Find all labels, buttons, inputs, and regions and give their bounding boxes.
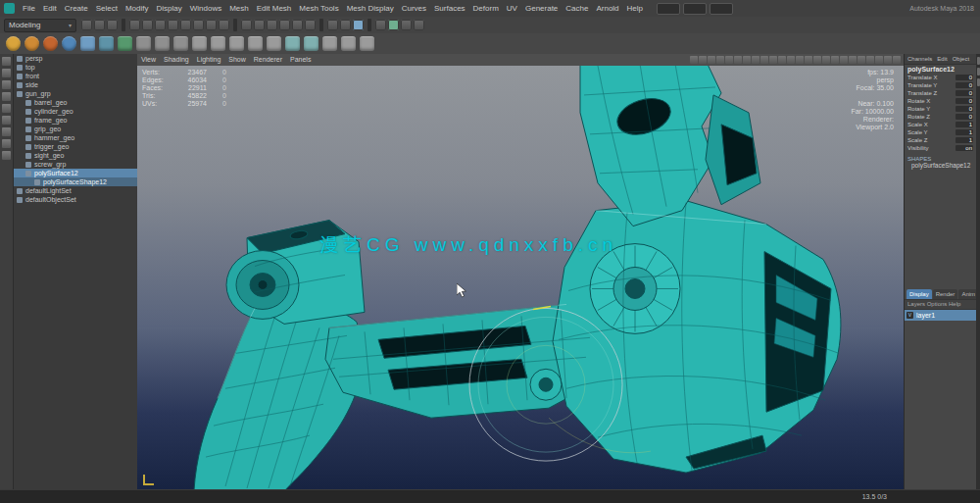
tool-icon[interactable] [2, 104, 11, 113]
viewport-toolbar-icon[interactable] [805, 56, 812, 64]
outliner-item[interactable]: side [14, 80, 137, 89]
status-line-icon[interactable] [155, 20, 166, 30]
layer-visibility-toggle[interactable]: V [906, 312, 913, 319]
tool-icon[interactable] [2, 57, 11, 66]
panel-menu-item[interactable]: Shading [160, 54, 193, 66]
time-slider-bar[interactable]: 13.5 0/3 [0, 489, 980, 503]
status-line-icon[interactable] [292, 20, 303, 30]
channel-value-field[interactable]: 0 [956, 98, 973, 104]
status-line-icon[interactable] [168, 20, 178, 30]
channel-row[interactable]: Rotate Z 0 [905, 113, 976, 121]
sidebar-tab-icon[interactable] [977, 57, 980, 65]
shelf-icon[interactable] [248, 36, 263, 51]
channel-value-field[interactable]: on [956, 145, 973, 151]
channel-row[interactable]: Rotate Y 0 [905, 105, 976, 113]
shelf-icon[interactable] [62, 36, 76, 51]
channel-row[interactable]: Scale Y 1 [905, 128, 976, 136]
shelf-icon[interactable] [6, 36, 21, 51]
viewport-toolbar-icon[interactable] [884, 56, 892, 64]
menu-item[interactable]: Mesh [225, 0, 253, 17]
channel-value-field[interactable]: 0 [956, 90, 973, 96]
outliner-item[interactable]: polySurfaceShape12 [14, 177, 137, 186]
shelf-icon[interactable] [118, 36, 132, 51]
outliner-item[interactable]: top [14, 63, 137, 72]
channel-box-object-name[interactable]: polySurface12 [905, 65, 976, 74]
menu-item[interactable]: Arnold [592, 0, 622, 17]
menu-item[interactable]: Mesh Tools [295, 0, 342, 17]
menu-item[interactable]: Surfaces [430, 0, 469, 17]
status-line-icon[interactable] [340, 20, 351, 30]
tool-icon[interactable] [2, 116, 11, 125]
menu-item[interactable]: Mesh Display [343, 0, 398, 17]
status-line-icon[interactable] [267, 20, 277, 30]
viewport-toolbar-icon[interactable] [760, 56, 768, 64]
status-line-icon[interactable] [327, 20, 338, 30]
shelf-icon[interactable] [211, 36, 225, 51]
status-line-icon[interactable] [279, 20, 290, 30]
viewport-toolbar-icon[interactable] [813, 56, 821, 64]
shelf-icon[interactable] [322, 36, 337, 51]
shelf-icon[interactable] [24, 36, 39, 51]
channel-value-field[interactable]: 1 [956, 122, 973, 127]
panel-menu-item[interactable]: Renderer [250, 54, 286, 66]
status-line-icon[interactable] [401, 20, 412, 30]
viewport-toolbar-icon[interactable] [734, 56, 742, 64]
status-line-icon[interactable] [94, 20, 105, 30]
viewport-toolbar-icon[interactable] [866, 56, 874, 64]
outliner-item[interactable]: grip_geo [14, 125, 137, 133]
shelf-icon[interactable] [360, 36, 374, 51]
shelf-icon[interactable] [285, 36, 300, 51]
menu-item[interactable]: Deform [469, 0, 503, 17]
shelf-icon[interactable] [267, 36, 281, 51]
status-line-icon[interactable] [219, 20, 229, 30]
viewport-toolbar-icon[interactable] [716, 56, 724, 64]
menu-set-dropdown[interactable]: Modeling ▾ [4, 19, 76, 32]
shelf-icon[interactable] [304, 36, 318, 51]
outliner-item[interactable]: cylinder_geo [14, 107, 137, 116]
layer-row[interactable]: V layer1 [905, 310, 976, 321]
status-line-icon[interactable] [180, 20, 191, 30]
viewport-toolbar-icon[interactable] [787, 56, 795, 64]
menu-item[interactable]: Edit Mesh [253, 0, 296, 17]
sidebar-tab-icon[interactable] [977, 68, 980, 75]
outliner-item[interactable]: trigger_geo [14, 142, 137, 151]
outliner-item[interactable]: persp [14, 54, 137, 63]
tool-icon[interactable] [2, 92, 11, 101]
layer-tab[interactable]: Anim [958, 289, 976, 299]
channel-row[interactable]: Translate X 0 [905, 74, 976, 81]
viewport-toolbar-icon[interactable] [752, 56, 760, 64]
menu-item[interactable]: File [19, 0, 39, 17]
menu-item[interactable]: Select [92, 0, 122, 17]
channel-value-field[interactable]: 0 [956, 106, 973, 112]
status-line-icon[interactable] [414, 20, 424, 30]
status-line-icon[interactable] [319, 19, 323, 31]
channel-value-field[interactable]: 0 [956, 75, 973, 80]
layer-tab[interactable]: Display [906, 289, 932, 299]
status-line-icon[interactable] [233, 19, 237, 31]
outliner-item[interactable]: hammer_geo [14, 133, 137, 142]
shelf-icon[interactable] [341, 36, 356, 51]
outliner-item[interactable]: sight_geo [14, 151, 137, 160]
status-line-icon[interactable] [353, 20, 364, 30]
menu-item[interactable]: Help [623, 0, 647, 17]
outliner-item[interactable]: front [14, 72, 137, 80]
shelf-icon[interactable] [80, 36, 95, 51]
viewport-toolbar-icon[interactable] [743, 56, 751, 64]
workspace-button[interactable] [657, 3, 680, 15]
shape-node-name[interactable]: polySurfaceShape12 [905, 162, 976, 169]
channel-row[interactable]: Translate Y 0 [905, 81, 976, 89]
status-line-icon[interactable] [368, 19, 371, 31]
menu-item[interactable]: Windows [186, 0, 225, 17]
viewport-toolbar-icon[interactable] [831, 56, 839, 64]
tool-icon[interactable] [2, 80, 11, 89]
viewport-canvas[interactable]: Verts: 23467 0 Edges: 46034 0 Faces: 229… [137, 66, 904, 490]
channel-box-menu-item[interactable]: Object [953, 56, 969, 62]
status-line-icon[interactable] [142, 20, 153, 30]
viewport-toolbar-icon[interactable] [893, 56, 901, 64]
status-line-icon[interactable] [388, 20, 399, 30]
shelf-icon[interactable] [99, 36, 114, 51]
viewport-toolbar-icon[interactable] [699, 56, 707, 64]
sidebar-tab-icon[interactable] [977, 78, 980, 86]
viewport-toolbar-icon[interactable] [796, 56, 804, 64]
status-line-icon[interactable] [129, 20, 140, 30]
